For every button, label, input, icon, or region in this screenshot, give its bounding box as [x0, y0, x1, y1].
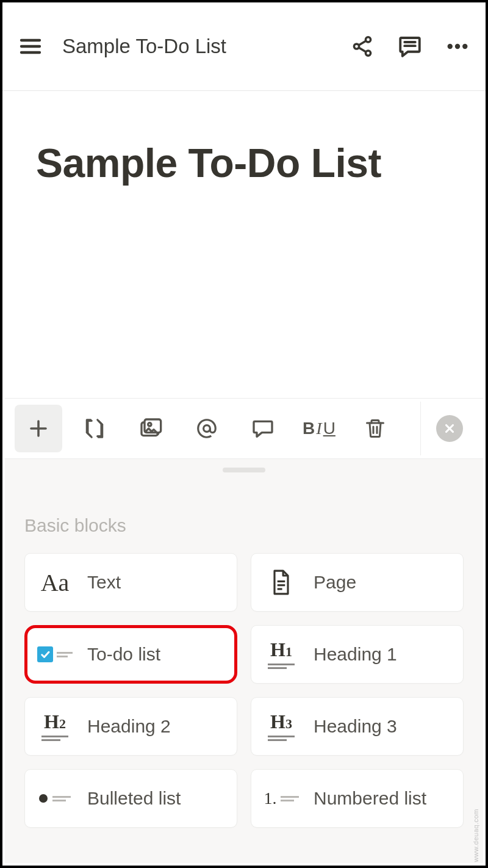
block-option-page[interactable]: Page	[251, 553, 464, 612]
svg-point-11	[448, 44, 453, 49]
turn-into-button[interactable]	[71, 405, 118, 452]
heading2-icon: H2	[36, 712, 74, 741]
bulleted-list-icon	[36, 794, 74, 803]
block-option-todo[interactable]: To-do list	[24, 625, 237, 684]
block-option-label: Heading 1	[314, 644, 397, 665]
svg-line-6	[359, 41, 366, 45]
share-button[interactable]	[348, 32, 377, 61]
block-option-label: Page	[314, 572, 356, 593]
svg-point-13	[462, 44, 467, 49]
heading3-icon: H3	[262, 712, 300, 741]
editor-area[interactable]: Sample To-Do List	[2, 91, 486, 186]
text-icon: Aa	[36, 568, 74, 597]
comment-icon	[397, 34, 423, 59]
at-icon	[195, 417, 218, 440]
svg-point-5	[365, 51, 370, 56]
todo-icon	[36, 646, 74, 662]
toolbar-divider	[420, 402, 421, 455]
block-option-label: Text	[87, 572, 121, 593]
svg-line-7	[359, 48, 366, 52]
transform-icon	[83, 417, 106, 440]
block-option-numbered-list[interactable]: 1. Numbered list	[251, 769, 464, 828]
hamburger-icon	[18, 34, 43, 59]
page-icon	[262, 569, 300, 596]
block-picker-sheet: Basic blocks Aa Text Page	[5, 459, 483, 863]
comment-button[interactable]	[239, 405, 287, 452]
numbered-list-icon: 1.	[262, 789, 300, 808]
biu-icon: BIU	[303, 419, 336, 438]
document-title[interactable]: Sample To-Do List	[62, 35, 348, 58]
top-bar: Sample To-Do List	[2, 2, 486, 91]
text-format-button[interactable]: BIU	[295, 405, 343, 452]
block-option-heading-2[interactable]: H2 Heading 2	[24, 697, 237, 756]
delete-button[interactable]	[351, 405, 399, 452]
block-option-heading-1[interactable]: H1 Heading 1	[251, 625, 464, 684]
insert-image-button[interactable]	[127, 405, 174, 452]
mention-button[interactable]	[183, 405, 231, 452]
page-title[interactable]: Sample To-Do List	[36, 140, 452, 186]
plus-icon	[27, 418, 49, 439]
block-option-text[interactable]: Aa Text	[24, 553, 237, 612]
svg-point-3	[365, 37, 370, 42]
block-option-label: To-do list	[87, 644, 160, 665]
sheet-drag-handle[interactable]	[223, 468, 265, 472]
more-button[interactable]	[443, 32, 472, 61]
block-option-label: Heading 3	[314, 716, 397, 737]
close-toolbar-button[interactable]	[426, 405, 473, 452]
share-icon	[351, 35, 374, 58]
svg-point-12	[455, 44, 460, 49]
top-bar-actions	[348, 32, 472, 61]
block-option-label: Numbered list	[314, 788, 426, 809]
block-option-heading-3[interactable]: H3 Heading 3	[251, 697, 464, 756]
block-option-label: Heading 2	[87, 716, 171, 737]
svg-point-4	[354, 44, 359, 49]
watermark: www.deuaq.com	[472, 809, 479, 862]
block-option-bulleted-list[interactable]: Bulleted list	[24, 769, 237, 828]
app-frame: Sample To-Do List Sample To-Do List	[0, 0, 488, 868]
image-icon	[138, 416, 163, 441]
heading1-icon: H1	[262, 640, 300, 669]
speech-bubble-icon	[251, 416, 275, 441]
more-horizontal-icon	[445, 34, 470, 59]
close-icon	[436, 415, 463, 442]
section-label-basic-blocks: Basic blocks	[24, 515, 464, 536]
comments-button[interactable]	[395, 32, 425, 61]
trash-icon	[364, 418, 386, 439]
add-block-button[interactable]	[15, 405, 62, 452]
menu-button[interactable]	[16, 32, 45, 61]
svg-point-19	[204, 425, 210, 432]
block-grid: Aa Text Page To-do list	[24, 553, 464, 828]
block-option-label: Bulleted list	[87, 788, 181, 809]
editor-toolbar: BIU	[5, 398, 483, 459]
